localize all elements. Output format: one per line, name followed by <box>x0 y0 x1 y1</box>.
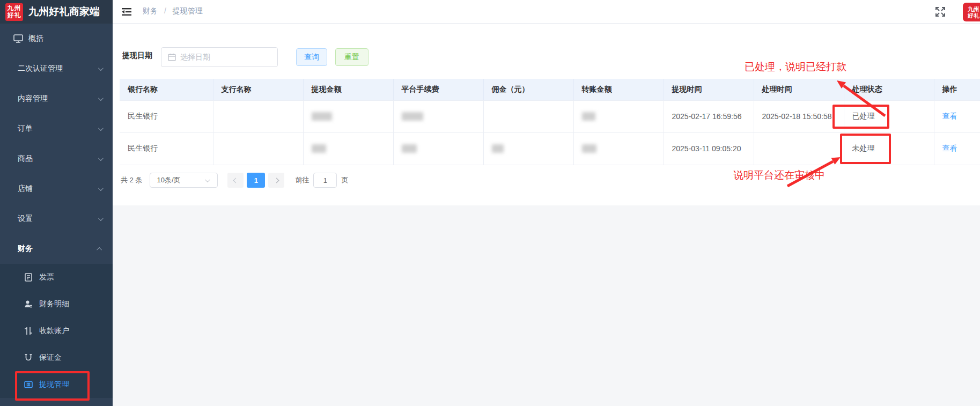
annotation-processed-note: 已处理，说明已经打款 <box>745 60 846 74</box>
monitor-icon <box>13 34 25 43</box>
annotation-unprocessed-note: 说明平台还在审核中 <box>733 168 825 182</box>
sidebar-menu: 概括 二次认证管理 内容管理 订单 商品 店铺 <box>0 24 113 404</box>
page-number-1[interactable]: 1 <box>247 173 265 188</box>
cell-withdraw-time: 2025-03-11 09:05:20 <box>664 132 754 165</box>
redacted-value <box>402 144 417 153</box>
sidebar: 九州 好礼 九州好礼商家端 概括 二次认证管理 内容管理 订单 <box>0 0 113 406</box>
sidebar-item-label: 店铺 <box>18 184 98 194</box>
cell-commission <box>483 132 573 165</box>
cell-branch <box>213 100 303 132</box>
redacted-value <box>402 112 423 121</box>
sidebar-item-label: 商品 <box>18 154 98 164</box>
collapse-sidebar-icon[interactable] <box>121 6 132 17</box>
avatar-text-line1: 九州 <box>968 6 979 12</box>
cell-transfer-amount <box>573 100 664 132</box>
sidebar-item-label: 发票 <box>39 272 54 282</box>
col-process-status: 处理状态 <box>844 79 934 100</box>
app-window: 九州 好礼 九州好礼商家端 概括 二次认证管理 内容管理 订单 <box>0 0 980 406</box>
reset-button[interactable]: 重置 <box>335 48 369 66</box>
brand-logo: 九州 好礼 <box>5 3 23 21</box>
sidebar-item-overview[interactable]: 概括 <box>0 24 113 54</box>
sidebar-item-secondary-auth[interactable]: 二次认证管理 <box>0 54 113 84</box>
chevron-down-icon <box>98 95 104 101</box>
annotation-box-unprocessed <box>840 134 891 164</box>
sidebar-item-shop[interactable]: 店铺 <box>0 174 113 204</box>
cell-withdraw-time: 2025-02-17 16:59:56 <box>664 100 754 132</box>
sidebar-item-label: 内容管理 <box>18 94 98 104</box>
sidebar-item-orders[interactable]: 订单 <box>0 114 113 144</box>
col-transfer-amount: 转账金额 <box>573 79 664 100</box>
cell-branch <box>213 132 303 165</box>
chevron-down-icon <box>98 186 104 191</box>
cell-process-time: 2025-02-18 15:50:58 <box>754 100 844 132</box>
finance-detail-icon <box>24 299 35 309</box>
next-page-button[interactable] <box>268 173 284 188</box>
cell-transfer-amount <box>573 132 664 165</box>
page-unit-label: 页 <box>341 175 348 185</box>
date-picker-placeholder: 选择日期 <box>180 53 210 62</box>
deposit-icon <box>24 353 35 363</box>
col-branch-name: 支行名称 <box>213 79 303 100</box>
sidebar-item-content-mgmt[interactable]: 内容管理 <box>0 84 113 114</box>
calendar-icon <box>168 53 176 61</box>
chevron-down-icon <box>205 177 210 182</box>
logo-bar: 九州 好礼 九州好礼商家端 <box>0 0 113 24</box>
avatar-text-line2: 好礼 <box>968 12 979 19</box>
page-size-select[interactable]: 10条/页 <box>150 173 218 188</box>
chevron-down-icon <box>98 126 104 131</box>
sidebar-item-products[interactable]: 商品 <box>0 144 113 174</box>
sidebar-item-invoice[interactable]: 发票 <box>0 264 113 291</box>
cell-bank: 民生银行 <box>120 132 213 165</box>
sidebar-item-label: 财务明细 <box>39 299 69 309</box>
redacted-value <box>492 144 504 153</box>
sidebar-item-finance[interactable]: 财务 <box>0 234 113 264</box>
query-button[interactable]: 查询 <box>296 48 327 66</box>
cell-withdraw-amount <box>303 100 393 132</box>
col-bank-name: 银行名称 <box>120 79 213 100</box>
sidebar-item-receiving-account[interactable]: 收款账户 <box>0 318 113 344</box>
redacted-value <box>582 112 595 121</box>
app-title: 九州好礼商家端 <box>28 5 100 19</box>
col-withdraw-amount: 提现金额 <box>303 79 393 100</box>
goto-label: 前往 <box>295 175 309 185</box>
withdraw-date-label: 提现日期 <box>122 51 152 61</box>
col-process-time: 处理时间 <box>754 79 844 100</box>
view-link[interactable]: 查看 <box>942 144 957 152</box>
view-link[interactable]: 查看 <box>942 112 957 120</box>
receiving-account-icon <box>24 326 35 336</box>
col-withdraw-time: 提现时间 <box>664 79 754 100</box>
avatar[interactable]: 九州 好礼 <box>963 3 980 21</box>
col-platform-fee: 平台手续费 <box>393 79 483 100</box>
breadcrumb-current: 提现管理 <box>173 6 203 15</box>
cell-platform-fee <box>393 132 483 165</box>
cell-platform-fee <box>393 100 483 132</box>
breadcrumb: 财务 / 提现管理 <box>143 6 203 16</box>
date-picker-input[interactable]: 选择日期 <box>161 47 278 67</box>
cell-bank: 民生银行 <box>120 100 213 132</box>
prev-page-button[interactable] <box>227 173 244 188</box>
redacted-value <box>582 144 596 153</box>
chevron-down-icon <box>98 65 104 71</box>
sidebar-item-label: 订单 <box>18 124 98 134</box>
sidebar-item-label: 保证金 <box>39 353 62 363</box>
brand-logo-line2: 好礼 <box>8 12 21 19</box>
cell-withdraw-amount <box>303 132 393 165</box>
sidebar-item-label: 二次认证管理 <box>18 64 98 73</box>
sidebar-item-finance-detail[interactable]: 财务明细 <box>0 291 113 318</box>
annotation-box-withdraw-menu <box>15 371 90 401</box>
sidebar-item-deposit[interactable]: 保证金 <box>0 344 113 371</box>
col-commission: 佣金（元） <box>483 79 573 100</box>
col-actions: 操作 <box>934 79 980 100</box>
sidebar-item-label: 设置 <box>18 214 98 224</box>
pagination: 共 2 条 10条/页 1 前往 页 <box>121 173 348 188</box>
pagination-total: 共 2 条 <box>121 175 142 185</box>
chevron-right-icon <box>274 178 279 183</box>
chevron-left-icon <box>233 178 239 183</box>
breadcrumb-finance[interactable]: 财务 <box>143 6 158 15</box>
sidebar-item-settings[interactable]: 设置 <box>0 204 113 234</box>
fullscreen-icon[interactable] <box>934 5 947 18</box>
cell-commission <box>483 100 573 132</box>
breadcrumb-separator: / <box>164 6 166 15</box>
goto-page-input[interactable] <box>313 173 337 188</box>
sidebar-item-label: 概括 <box>28 34 105 43</box>
